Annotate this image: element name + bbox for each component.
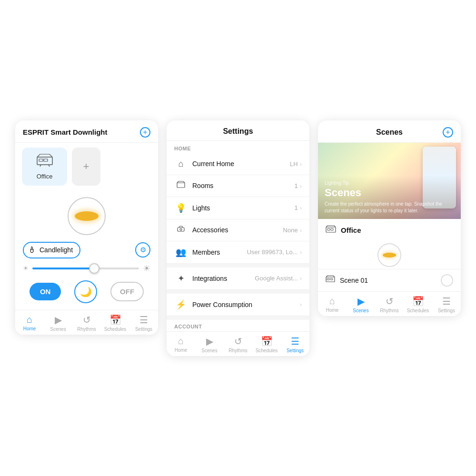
rooms-row[interactable]: Rooms 1 ›: [167, 175, 309, 197]
current-home-icon: ⌂: [174, 159, 188, 169]
lights-value: 1: [294, 204, 298, 211]
members-row[interactable]: 👥 Members User 899673, Lo... ›: [167, 241, 309, 264]
brightness-slider[interactable]: [32, 268, 139, 269]
settings-divider-3: [167, 316, 309, 320]
scene-badge[interactable]: 🕯 Candlelight: [23, 242, 80, 258]
scenes-light-glow: [383, 253, 396, 258]
scenes-nav-icon: ▶: [55, 314, 62, 326]
current-home-label: Current Home: [192, 160, 290, 168]
scenes-light-indicator: [318, 239, 461, 269]
add-scene-button[interactable]: +: [443, 127, 453, 138]
s3-rhythms-nav-icon: ↺: [386, 296, 394, 307]
hero-description: Create the perfect atmosphere in one tap…: [325, 201, 454, 214]
settings-bottom-nav: ⌂ Home ▶ Scenes ↺ Rhythms 📅 Schedules ☰ …: [167, 331, 309, 356]
s2-nav-scenes[interactable]: ▶ Scenes: [195, 336, 224, 353]
s2-nav-settings[interactable]: ☰ Settings: [281, 336, 309, 353]
scenes-office-label: Office: [341, 226, 361, 234]
s3-home-nav-icon: ⌂: [329, 296, 335, 307]
svg-line-6: [50, 154, 52, 157]
svg-point-13: [180, 228, 182, 230]
rooms-value: 1: [294, 182, 298, 189]
power-label: Power Consumption: [192, 301, 300, 308]
nav-home[interactable]: ⌂ Home: [15, 314, 44, 332]
svg-rect-2: [44, 159, 48, 161]
current-home-row[interactable]: ⌂ Current Home LH ›: [167, 153, 309, 175]
settings-nav-icon: ☰: [139, 314, 148, 326]
off-button[interactable]: OFF: [110, 282, 144, 301]
s3-schedules-nav-icon: 📅: [412, 296, 424, 307]
scenes-nav-label: Scenes: [50, 327, 66, 332]
scene-settings-button[interactable]: ⚙: [135, 242, 150, 258]
scenes-hero-image: Lighting Tip Scenes Create the perfect a…: [318, 143, 461, 219]
s3-nav-settings[interactable]: ☰ Settings: [432, 296, 461, 313]
members-icon: 👥: [174, 247, 188, 258]
svg-line-5: [37, 154, 40, 157]
s3-settings-nav-icon: ☰: [442, 296, 451, 307]
scene-01-toggle[interactable]: [441, 274, 453, 287]
hero-tip: Lighting Tip: [325, 180, 454, 186]
settings-nav-label: Settings: [135, 327, 152, 332]
s3-nav-rhythms[interactable]: ↺ Rhythms: [375, 296, 404, 313]
scenes-bottom-nav: ⌂ Home ▶ Scenes ↺ Rhythms 📅 Schedules ☰ …: [318, 291, 461, 316]
candlelight-icon: 🕯: [28, 245, 36, 255]
svg-rect-18: [327, 228, 330, 230]
nav-rhythms[interactable]: ↺ Rhythms: [72, 314, 101, 332]
integrations-row[interactable]: ✦ Integrations Google Assist... ›: [167, 268, 309, 290]
s3-schedules-nav-label: Schedules: [407, 308, 429, 313]
s2-nav-rhythms[interactable]: ↺ Rhythms: [224, 336, 252, 353]
screen-scenes: Scenes + Lighting Tip Scenes Create the …: [318, 120, 461, 316]
add-device-button[interactable]: +: [140, 127, 150, 138]
rhythms-nav-icon: ↺: [83, 314, 91, 326]
s3-nav-schedules[interactable]: 📅 Schedules: [404, 296, 432, 313]
controls-row: ON 🌙 OFF: [23, 280, 150, 303]
svg-rect-19: [331, 228, 333, 230]
on-button[interactable]: ON: [30, 283, 61, 300]
rooms-chevron: ›: [300, 182, 302, 189]
scenes-header: Scenes +: [318, 120, 461, 143]
brightness-row: ☀ ☀: [23, 263, 150, 274]
light-indicator: [68, 197, 106, 235]
nav-scenes[interactable]: ▶ Scenes: [44, 314, 72, 332]
office-label: Office: [37, 173, 53, 180]
brightness-low-icon: ☀: [23, 265, 29, 272]
integrations-icon: ✦: [174, 273, 188, 284]
room-office-card[interactable]: Office: [22, 148, 67, 186]
s2-rhythms-nav-icon: ↺: [234, 336, 242, 347]
s2-schedules-nav-label: Schedules: [256, 348, 278, 353]
rhythms-nav-label: Rhythms: [77, 327, 96, 332]
s3-nav-home[interactable]: ⌂ Home: [318, 296, 347, 313]
members-label: Members: [192, 248, 247, 256]
svg-rect-12: [178, 228, 184, 231]
slider-thumb[interactable]: [89, 263, 99, 274]
schedule-button[interactable]: 🌙: [74, 280, 97, 303]
lights-row[interactable]: 💡 Lights 1 ›: [167, 197, 309, 219]
scene-selector-row: 🕯 Candlelight ⚙: [23, 242, 150, 258]
hero-title: Scenes: [325, 187, 454, 199]
light-glow: [75, 211, 99, 221]
scene-name-label: Candlelight: [40, 246, 73, 254]
integrations-value: Google Assist...: [255, 275, 298, 282]
settings-divider-2: [167, 290, 309, 294]
svg-rect-25: [330, 278, 333, 280]
s2-nav-schedules[interactable]: 📅 Schedules: [252, 336, 281, 353]
home-header: ESPRIT Smart Downlight +: [15, 120, 158, 143]
s2-scenes-nav-icon: ▶: [206, 336, 213, 347]
scene-01-row[interactable]: Scene 01: [318, 269, 461, 291]
s3-nav-scenes[interactable]: ▶ Scenes: [347, 296, 375, 313]
s2-settings-nav-label: Settings: [287, 348, 304, 353]
add-room-button[interactable]: +: [72, 148, 100, 186]
power-consumption-row[interactable]: ⚡ Power Consumption ›: [167, 294, 309, 316]
svg-rect-1: [39, 159, 43, 161]
nav-settings[interactable]: ☰ Settings: [129, 314, 158, 332]
integrations-label: Integrations: [192, 275, 255, 282]
scene-room-icon: [326, 275, 335, 285]
power-chevron: ›: [300, 301, 302, 308]
s3-settings-nav-label: Settings: [438, 308, 455, 313]
s2-nav-home[interactable]: ⌂ Home: [167, 336, 195, 353]
settings-title: Settings: [223, 127, 253, 135]
accessories-row[interactable]: Accessories None ›: [167, 219, 309, 241]
brightness-high-icon: ☀: [143, 263, 150, 274]
account-section-label: ACCOUNT: [167, 320, 309, 331]
hero-overlay: Lighting Tip Scenes Create the perfect a…: [318, 176, 461, 219]
nav-schedules[interactable]: 📅 Schedules: [101, 314, 129, 332]
